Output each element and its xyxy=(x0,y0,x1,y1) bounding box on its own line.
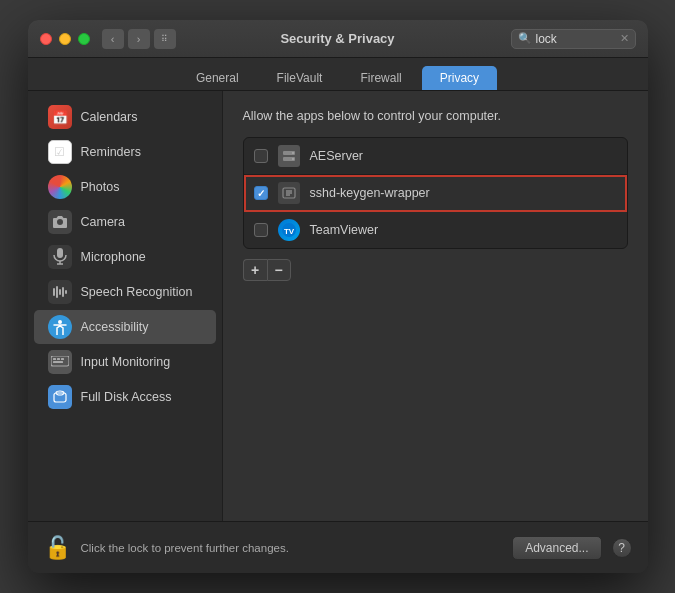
lock-icon[interactable]: 🔓 xyxy=(44,535,71,561)
search-icon: 🔍 xyxy=(518,32,532,45)
teamviewer-checkbox[interactable] xyxy=(254,223,268,237)
svg-rect-13 xyxy=(53,361,63,363)
sidebar-label-camera: Camera xyxy=(81,215,125,229)
main-description: Allow the apps below to control your com… xyxy=(243,109,628,123)
main-content: Allow the apps below to control your com… xyxy=(223,91,648,521)
window-title: Security & Privacy xyxy=(280,31,394,46)
content-area: 📅 Calendars ☑ Reminders Photos xyxy=(28,91,648,521)
traffic-lights xyxy=(40,33,90,45)
speech-recognition-icon xyxy=(48,280,72,304)
back-button[interactable]: ‹ xyxy=(102,29,124,49)
sshd-keygen-checkbox[interactable]: ✓ xyxy=(254,186,268,200)
svg-rect-4 xyxy=(56,286,58,298)
sidebar-label-speech-recognition: Speech Recognition xyxy=(81,285,193,299)
reminders-icon: ☑ xyxy=(48,140,72,164)
aeserver-name: AEServer xyxy=(310,149,364,163)
svg-rect-5 xyxy=(59,289,61,295)
sshd-keygen-name: sshd-keygen-wrapper xyxy=(310,186,430,200)
sidebar-label-accessibility: Accessibility xyxy=(81,320,149,334)
sidebar-item-accessibility[interactable]: Accessibility xyxy=(34,310,216,344)
footer: 🔓 Click the lock to prevent further chan… xyxy=(28,521,648,573)
sidebar-item-calendars[interactable]: 📅 Calendars xyxy=(34,100,216,134)
calendars-icon: 📅 xyxy=(48,105,72,129)
input-monitoring-icon xyxy=(48,350,72,374)
aeserver-icon xyxy=(278,145,300,167)
camera-icon xyxy=(48,210,72,234)
check-mark: ✓ xyxy=(257,188,265,199)
svg-rect-3 xyxy=(53,288,55,296)
sidebar-item-input-monitoring[interactable]: Input Monitoring xyxy=(34,345,216,379)
full-disk-access-icon xyxy=(48,385,72,409)
teamviewer-name: TeamViewer xyxy=(310,223,379,237)
sidebar-label-calendars: Calendars xyxy=(81,110,138,124)
sidebar-label-reminders: Reminders xyxy=(81,145,141,159)
sidebar: 📅 Calendars ☑ Reminders Photos xyxy=(28,91,223,521)
tab-filevault[interactable]: FileVault xyxy=(259,66,341,90)
sidebar-label-input-monitoring: Input Monitoring xyxy=(81,355,171,369)
sidebar-label-microphone: Microphone xyxy=(81,250,146,264)
sidebar-label-photos: Photos xyxy=(81,180,120,194)
search-clear-icon[interactable]: ✕ xyxy=(620,32,629,45)
help-button[interactable]: ? xyxy=(612,538,632,558)
maximize-button[interactable] xyxy=(78,33,90,45)
add-app-button[interactable]: + xyxy=(243,259,267,281)
svg-point-8 xyxy=(58,320,62,324)
aeserver-checkbox[interactable] xyxy=(254,149,268,163)
svg-text:TV: TV xyxy=(283,227,294,236)
svg-rect-14 xyxy=(54,393,66,402)
tabs-bar: General FileVault Firewall Privacy xyxy=(28,58,648,91)
titlebar: ‹ › ⠿ Security & Privacy 🔍 ✕ xyxy=(28,20,648,58)
tab-firewall[interactable]: Firewall xyxy=(342,66,419,90)
microphone-icon xyxy=(48,245,72,269)
sidebar-item-reminders[interactable]: ☑ Reminders xyxy=(34,135,216,169)
main-window: ‹ › ⠿ Security & Privacy 🔍 ✕ General Fil… xyxy=(28,20,648,573)
svg-rect-11 xyxy=(57,358,60,360)
photos-icon xyxy=(48,175,72,199)
grid-button[interactable]: ⠿ xyxy=(154,29,176,49)
sidebar-item-full-disk-access[interactable]: Full Disk Access xyxy=(34,380,216,414)
apps-list: AEServer ✓ sshd-keyge xyxy=(243,137,628,249)
svg-point-18 xyxy=(292,152,294,154)
svg-rect-0 xyxy=(57,248,63,258)
list-actions: + − xyxy=(243,259,628,281)
close-button[interactable] xyxy=(40,33,52,45)
nav-buttons: ‹ › xyxy=(102,29,150,49)
sidebar-item-photos[interactable]: Photos xyxy=(34,170,216,204)
sidebar-label-full-disk-access: Full Disk Access xyxy=(81,390,172,404)
minimize-button[interactable] xyxy=(59,33,71,45)
sidebar-item-speech-recognition[interactable]: Speech Recognition xyxy=(34,275,216,309)
search-input[interactable] xyxy=(536,32,616,46)
search-box[interactable]: 🔍 ✕ xyxy=(511,29,636,49)
footer-lock-text: Click the lock to prevent further change… xyxy=(81,542,503,554)
app-row-sshd-keygen: ✓ sshd-keygen-wrapper xyxy=(244,175,627,212)
svg-rect-6 xyxy=(62,287,64,297)
app-row-aeserver: AEServer xyxy=(244,138,627,175)
advanced-button[interactable]: Advanced... xyxy=(512,536,601,560)
forward-button[interactable]: › xyxy=(128,29,150,49)
svg-rect-12 xyxy=(61,358,64,360)
svg-point-19 xyxy=(292,158,294,160)
teamviewer-icon: TV xyxy=(278,219,300,241)
sidebar-item-camera[interactable]: Camera xyxy=(34,205,216,239)
app-row-teamviewer: TV TeamViewer xyxy=(244,212,627,248)
remove-app-button[interactable]: − xyxy=(267,259,291,281)
tab-privacy[interactable]: Privacy xyxy=(422,66,497,90)
svg-rect-7 xyxy=(65,290,67,294)
sidebar-item-microphone[interactable]: Microphone xyxy=(34,240,216,274)
accessibility-icon xyxy=(48,315,72,339)
tab-general[interactable]: General xyxy=(178,66,257,90)
sshd-keygen-icon xyxy=(278,182,300,204)
svg-rect-10 xyxy=(53,358,56,360)
